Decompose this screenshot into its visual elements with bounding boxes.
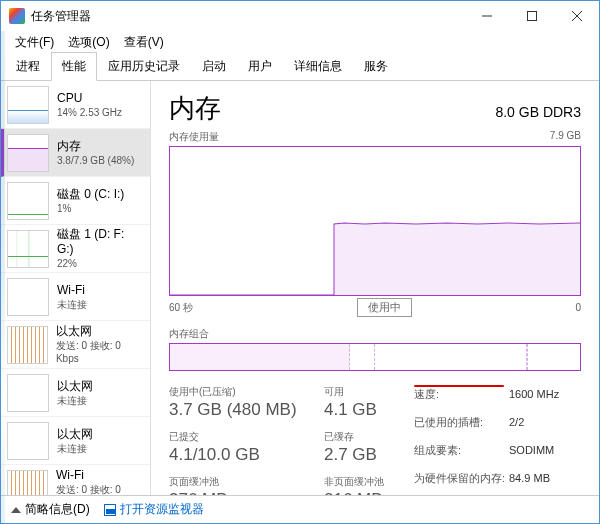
sidebar-item-label: 内存	[57, 139, 134, 154]
tab-users[interactable]: 用户	[237, 52, 283, 81]
prop-value: 2/2	[509, 413, 524, 431]
menu-file[interactable]: 文件(F)	[9, 32, 60, 53]
stat-label: 非页面缓冲池	[324, 475, 414, 489]
app-icon	[9, 8, 25, 24]
tab-bar: 进程 性能 应用历史记录 启动 用户 详细信息 服务	[1, 53, 599, 81]
sidebar-item-sub: 14% 2.53 GHz	[57, 106, 122, 119]
sidebar-item-label: 以太网	[57, 427, 93, 442]
sidebar-item-disk1[interactable]: 磁盘 1 (D: F: G:)22%	[1, 225, 150, 273]
wifi-thumb-icon	[7, 278, 49, 316]
tab-services[interactable]: 服务	[353, 52, 399, 81]
svg-rect-1	[527, 12, 536, 21]
footer: 简略信息(D) 打开资源监视器	[1, 495, 599, 523]
highlight-annotation	[414, 385, 504, 387]
disk-thumb-icon	[7, 182, 49, 220]
title-bar: 任务管理器	[1, 1, 599, 31]
memory-usage-chart	[169, 146, 581, 296]
tab-processes[interactable]: 进程	[5, 52, 51, 81]
stat-label: 已提交	[169, 430, 324, 444]
stat-label: 使用中(已压缩)	[169, 385, 324, 399]
stat-label: 页面缓冲池	[169, 475, 324, 489]
open-resource-monitor-link[interactable]: 打开资源监视器	[104, 501, 204, 518]
sidebar-item-ethernet[interactable]: 以太网未连接	[1, 417, 150, 465]
disk-thumb-icon	[7, 230, 49, 268]
sidebar-item-sub: 发送: 0 接收: 0 Kbps	[56, 483, 144, 495]
prop-value: SODIMM	[509, 441, 554, 459]
tab-app-history[interactable]: 应用历史记录	[97, 52, 191, 81]
memory-composition-bar	[169, 343, 581, 371]
sidebar-item-label: 磁盘 0 (C: I:)	[57, 187, 124, 202]
tab-performance[interactable]: 性能	[51, 52, 97, 81]
sidebar-item-ethernet[interactable]: 以太网发送: 0 接收: 0 Kbps	[1, 321, 150, 369]
sidebar-item-sub: 3.8/7.9 GB (48%)	[57, 154, 134, 167]
maximize-button[interactable]	[509, 1, 554, 31]
sidebar-item-label: Wi-Fi	[56, 468, 144, 483]
caret-up-icon	[11, 507, 21, 513]
menu-options[interactable]: 选项(O)	[62, 32, 115, 53]
page-title: 内存	[169, 91, 221, 126]
stat-value: 4.1/10.0 GB	[169, 445, 324, 465]
sidebar-item-sub: 未连接	[57, 298, 87, 311]
tab-startup[interactable]: 启动	[191, 52, 237, 81]
sidebar-item-disk0[interactable]: 磁盘 0 (C: I:)1%	[1, 177, 150, 225]
menu-bar: 文件(F) 选项(O) 查看(V)	[1, 31, 599, 53]
memory-thumb-icon	[7, 134, 49, 172]
wifi-thumb-icon	[7, 470, 48, 496]
sidebar-item-label: CPU	[57, 91, 122, 106]
prop-key: 组成要素:	[414, 441, 509, 459]
sidebar-item-sub: 未连接	[57, 442, 93, 455]
resource-monitor-icon	[104, 504, 116, 516]
stat-value: 3.7 GB (480 MB)	[169, 400, 324, 420]
sidebar-item-sub: 22%	[57, 257, 144, 270]
minimize-button[interactable]	[464, 1, 509, 31]
window-title: 任务管理器	[31, 8, 464, 25]
composition-label: 内存组合	[169, 327, 581, 341]
sidebar-item-ethernet[interactable]: 以太网未连接	[1, 369, 150, 417]
cpu-thumb-icon	[7, 86, 49, 124]
sidebar-item-label: 磁盘 1 (D: F: G:)	[57, 227, 144, 257]
sidebar-item-label: Wi-Fi	[57, 283, 87, 298]
sidebar-item-wifi[interactable]: Wi-Fi发送: 0 接收: 0 Kbps	[1, 465, 150, 495]
menu-view[interactable]: 查看(V)	[118, 32, 170, 53]
stat-value: 2.7 GB	[324, 445, 414, 465]
sidebar-item-memory[interactable]: 内存3.8/7.9 GB (48%)	[1, 129, 150, 177]
x-axis-right: 0	[575, 302, 581, 313]
content-pane: 内存 8.0 GB DDR3 内存使用量 7.9 GB 60 秒 使用中 0 内…	[151, 81, 599, 495]
fewer-details-button[interactable]: 简略信息(D)	[11, 501, 90, 518]
sidebar-item-label: 以太网	[56, 324, 144, 339]
x-axis-left: 60 秒	[169, 301, 193, 315]
prop-value: 84.9 MB	[509, 469, 550, 487]
prop-key: 速度:	[414, 385, 509, 403]
chart-mode-label[interactable]: 使用中	[357, 298, 412, 317]
stat-value: 216 MB	[324, 490, 414, 495]
sidebar-item-cpu[interactable]: CPU14% 2.53 GHz	[1, 81, 150, 129]
stat-value: 376 MB	[169, 490, 324, 495]
sidebar-item-sub: 未连接	[57, 394, 93, 407]
stat-label: 已缓存	[324, 430, 414, 444]
sidebar-item-sub: 1%	[57, 202, 124, 215]
chart-label: 内存使用量	[169, 130, 219, 144]
ethernet-thumb-icon	[7, 374, 49, 412]
sidebar: CPU14% 2.53 GHz 内存3.8/7.9 GB (48%) 磁盘 0 …	[1, 81, 151, 495]
close-button[interactable]	[554, 1, 599, 31]
memory-spec: 8.0 GB DDR3	[495, 104, 581, 120]
chart-max: 7.9 GB	[550, 130, 581, 144]
sidebar-item-label: 以太网	[57, 379, 93, 394]
sidebar-item-wifi[interactable]: Wi-Fi未连接	[1, 273, 150, 321]
prop-value: 1600 MHz	[509, 385, 559, 403]
tab-details[interactable]: 详细信息	[283, 52, 353, 81]
sidebar-item-sub: 发送: 0 接收: 0 Kbps	[56, 339, 144, 365]
ethernet-thumb-icon	[7, 326, 48, 364]
prop-key: 为硬件保留的内存:	[414, 469, 509, 487]
stat-label: 可用	[324, 385, 414, 399]
ethernet-thumb-icon	[7, 422, 49, 460]
stat-value: 4.1 GB	[324, 400, 414, 420]
prop-key: 已使用的插槽:	[414, 413, 509, 431]
